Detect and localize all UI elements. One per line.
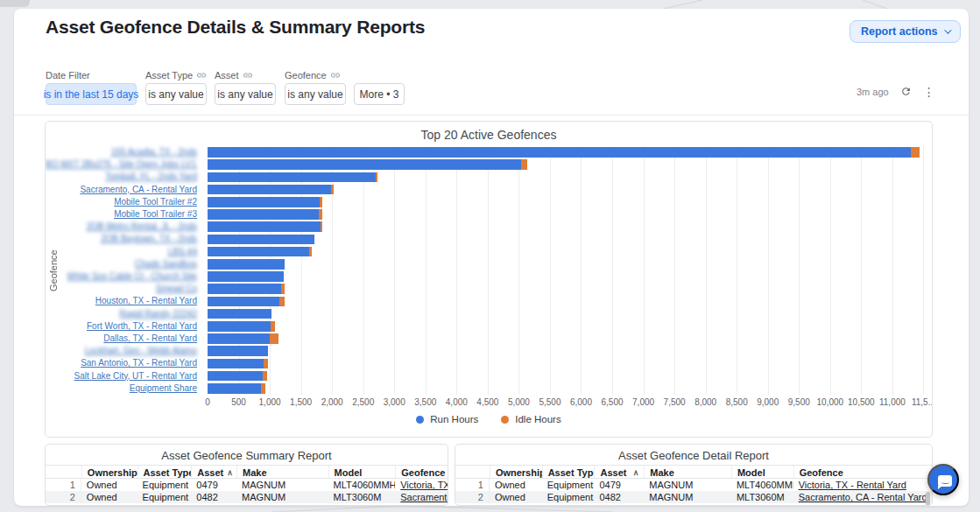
run-hours-bar	[208, 284, 281, 294]
column-header[interactable]: Make	[644, 466, 731, 478]
category-label[interactable]: BO MXT 2Bx275 - Site Open Jobs LV12	[46, 158, 197, 171]
bar-row	[208, 158, 527, 171]
row-number-header[interactable]	[455, 466, 490, 478]
geofence-link-cell[interactable]: Sacramento,	[395, 491, 448, 503]
dashboard-panel: Asset Geofence Details & Summary Reports…	[14, 9, 969, 506]
geofence-link-cell[interactable]: Sacramento, CA - Rental Yard	[793, 491, 932, 503]
x-tick-label: 11,5...	[912, 397, 933, 407]
link-icon	[243, 70, 253, 81]
gridline	[737, 146, 737, 395]
category-label[interactable]: Salt Lake City, UT - Rental Yard	[46, 370, 197, 382]
category-label[interactable]: Houston, TX - Rental Yard	[46, 295, 197, 307]
gridline	[394, 146, 395, 395]
run-hours-bar	[208, 271, 284, 282]
x-tick-label: 1,500	[290, 397, 312, 407]
run-hours-bar	[208, 209, 319, 220]
asset-filter-button[interactable]: is any value	[215, 83, 276, 105]
geofence-link-cell[interactable]: Victoria, TX - Rental Yard	[793, 479, 932, 491]
category-label[interactable]: 2OB Metro Rental, JL - 2nds	[46, 221, 197, 233]
bar-row	[208, 196, 322, 208]
column-header[interactable]: Geofence	[395, 466, 448, 478]
category-label[interactable]: 155 Acadia, TX - 2nds	[46, 146, 197, 158]
idle-hours-dot-icon	[501, 416, 509, 424]
gridline	[518, 146, 519, 395]
bar-row	[208, 308, 271, 320]
asset-type-filter-button[interactable]: is any value	[145, 83, 207, 105]
category-label[interactable]: Sacramento, CA - Rental Yard	[46, 184, 197, 196]
idle-hours-bar	[271, 321, 275, 332]
category-label[interactable]: Lockhart, Geo - Webb Alamo	[46, 345, 197, 357]
table-row: 2OwnedEquipment0482MAGNUMMLT3060MSacrame…	[455, 491, 932, 503]
gridline	[612, 146, 613, 395]
gridline	[550, 146, 551, 395]
bar-row	[208, 208, 322, 221]
date-filter-button[interactable]: is in the last 15 days	[46, 83, 137, 105]
geofence-filter-button[interactable]: is any value	[285, 83, 346, 105]
category-label[interactable]: Rapid Randy 22242	[46, 308, 197, 320]
row-number-cell: 2	[46, 491, 81, 503]
category-label[interactable]: San Antonio, TX - Rental Yard	[46, 357, 197, 369]
summary-table-title: Asset Geofence Summary Report	[46, 449, 448, 462]
category-label[interactable]: Smead Co	[46, 283, 197, 295]
overflow-menu-icon[interactable]: ⋮	[923, 87, 935, 97]
column-header[interactable]: Geofence	[793, 466, 932, 478]
asset-filter-label: Asset	[215, 70, 253, 81]
table-row: 2OwnedEquipment0482MAGNUMMLT3060MSacrame…	[46, 491, 448, 503]
column-header[interactable]: Asset∧	[594, 466, 644, 478]
report-actions-button[interactable]: Report actions	[850, 20, 961, 43]
x-tick-label: 11,000	[879, 397, 906, 407]
link-icon	[330, 70, 341, 81]
gridline	[892, 146, 893, 395]
bar-row	[208, 171, 377, 183]
column-header[interactable]: Ownership	[81, 466, 137, 478]
table-row: 1OwnedEquipment0479MAGNUMMLT4060MMHVicto…	[455, 479, 932, 491]
category-label[interactable]: Chads Sandbox	[46, 258, 197, 270]
column-header[interactable]: Asset Type	[137, 466, 192, 478]
row-number-header[interactable]	[46, 466, 81, 478]
x-tick-label: 9,500	[788, 397, 810, 407]
run-hours-bar	[208, 383, 261, 394]
legend-label: Run Hours	[430, 414, 478, 424]
refresh-icon[interactable]	[900, 86, 912, 97]
category-label[interactable]: Tomball, FL - 2nds Yard	[46, 171, 197, 183]
run-hours-bar	[208, 259, 285, 270]
geofence-link-cell[interactable]: Victoria, TX -	[395, 479, 448, 491]
legend-item-idle-hours[interactable]: Idle Hours	[501, 414, 561, 424]
table-scrollbar[interactable]	[926, 492, 930, 506]
category-label[interactable]: LBS-44	[46, 246, 197, 258]
x-tick-label: 9,000	[757, 397, 779, 407]
category-label[interactable]: Mobile Tool Trailer #3	[46, 208, 197, 221]
category-label[interactable]: Equipment Share	[46, 382, 197, 395]
x-tick-label: 8,000	[694, 397, 716, 407]
column-header[interactable]: Asset∧	[191, 466, 236, 478]
bar-row	[208, 357, 268, 369]
more-filters-button[interactable]: More • 3	[354, 83, 405, 105]
column-header[interactable]: Model	[328, 466, 396, 478]
row-number-cell: 2	[455, 491, 490, 503]
chat-widget-button[interactable]	[927, 464, 959, 495]
category-label[interactable]: Mobile Tool Trailer #2	[46, 196, 197, 208]
category-label[interactable]: Fort Worth, TX - Rental Yard	[46, 320, 197, 333]
table-cell: MAGNUM	[644, 479, 731, 491]
category-label[interactable]: Dallas, TX - Rental Yard	[46, 333, 197, 345]
table-cell: Equipment	[542, 491, 595, 503]
idle-hours-bar	[521, 159, 527, 170]
category-label[interactable]: White Sox Cable Ct - Church Site	[46, 270, 197, 283]
column-header[interactable]: Model	[731, 466, 793, 478]
column-header[interactable]: Make	[236, 466, 328, 478]
x-tick-label: 4,500	[476, 397, 498, 407]
x-tick-label: 7,500	[664, 397, 686, 407]
idle-hours-bar	[263, 371, 268, 382]
column-header[interactable]: Asset Type	[542, 466, 595, 478]
chart-category-labels: 155 Acadia, TX - 2ndsBO MXT 2Bx275 - Sit…	[46, 122, 202, 438]
column-header[interactable]: Ownership	[490, 466, 542, 478]
table-cell: MLT4060MMH	[731, 479, 793, 491]
table-cell: MAGNUM	[236, 479, 328, 491]
category-label[interactable]: 2OB Baytown, TX - 2nds	[46, 233, 197, 245]
run-hours-bar	[208, 172, 376, 183]
chart-plot	[208, 146, 927, 395]
detail-table-title: Asset Geofence Detail Report	[455, 449, 932, 462]
chart-legend: Run Hours Idle Hours	[46, 414, 932, 424]
x-tick-label: 2,000	[321, 397, 343, 407]
legend-item-run-hours[interactable]: Run Hours	[416, 414, 478, 424]
